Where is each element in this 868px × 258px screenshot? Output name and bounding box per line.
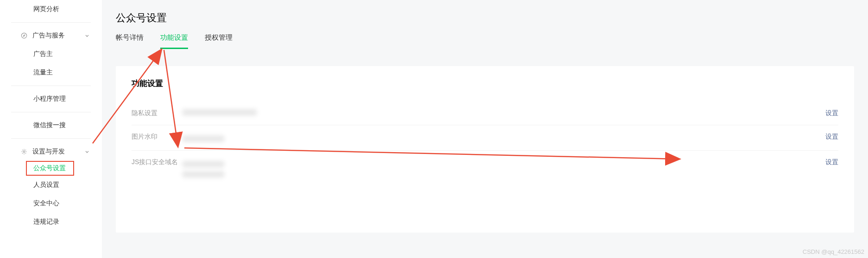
compass-icon <box>20 32 28 39</box>
row-label: 隐私设置 <box>132 109 182 117</box>
sidebar-item-label: 流量主 <box>33 68 53 77</box>
sidebar-item-wxsearch[interactable]: 微信搜一搜 <box>0 116 102 135</box>
sidebar: 网页分析 广告与服务 广告主 流量主 小程序管理 <box>0 0 102 258</box>
sidebar-item-label: 网页分析 <box>33 5 59 13</box>
panel-title: 功能设置 <box>132 78 838 89</box>
sidebar-section-dev[interactable]: 设置与开发 <box>0 142 102 161</box>
chevron-down-icon <box>83 148 91 155</box>
sidebar-section-ads[interactable]: 广告与服务 <box>0 26 102 45</box>
tabs: 帐号详情 功能设置 授权管理 <box>116 33 854 49</box>
sidebar-item-label: 人员设置 <box>33 181 59 189</box>
sidebar-item-advertiser[interactable]: 广告主 <box>0 45 102 63</box>
row-action-link[interactable]: 设置 <box>825 109 838 117</box>
row-js-domain: JS接口安全域名 设置 <box>132 150 838 186</box>
sidebar-item-violations[interactable]: 违规记录 <box>0 213 102 231</box>
divider <box>11 138 91 139</box>
sidebar-item-account-settings[interactable]: 公众号设置 <box>26 161 74 176</box>
row-value <box>182 158 816 178</box>
tab-account-detail[interactable]: 帐号详情 <box>116 33 144 49</box>
row-value <box>182 133 816 143</box>
row-watermark: 图片水印 设置 <box>132 125 838 150</box>
svg-point-0 <box>21 33 26 38</box>
sidebar-section-label: 设置与开发 <box>32 147 65 156</box>
redacted-text <box>182 161 224 167</box>
tab-auth-manage[interactable]: 授权管理 <box>205 33 233 49</box>
divider <box>11 86 91 86</box>
sidebar-item-label: 广告主 <box>33 50 53 58</box>
row-label: JS接口安全域名 <box>132 158 182 166</box>
sidebar-item-traffic[interactable]: 流量主 <box>0 63 102 82</box>
tab-function-settings[interactable]: 功能设置 <box>160 33 188 49</box>
divider <box>11 22 91 23</box>
redacted-text <box>182 171 224 178</box>
row-action-link[interactable]: 设置 <box>825 158 838 166</box>
redacted-text <box>182 135 224 142</box>
chevron-down-icon <box>83 32 91 39</box>
sidebar-item-label: 安全中心 <box>33 199 59 208</box>
sidebar-item-label: 违规记录 <box>33 218 59 226</box>
tab-label: 功能设置 <box>160 33 188 41</box>
page-title: 公众号设置 <box>116 11 854 25</box>
row-privacy: 隐私设置 设置 <box>132 102 838 125</box>
sidebar-item-label: 微信搜一搜 <box>33 121 66 129</box>
redacted-text <box>182 109 257 116</box>
main-content: 公众号设置 帐号详情 功能设置 授权管理 功能设置 隐私设置 设置 <box>102 0 868 258</box>
tab-label: 授权管理 <box>205 33 233 41</box>
tab-label: 帐号详情 <box>116 33 144 41</box>
sidebar-section-label: 广告与服务 <box>32 31 65 40</box>
row-value <box>182 109 816 117</box>
row-label: 图片水印 <box>132 133 182 141</box>
gear-icon <box>20 148 28 155</box>
sidebar-item-miniprogram[interactable]: 小程序管理 <box>0 90 102 108</box>
settings-panel: 功能设置 隐私设置 设置 图片水印 设置 JS接口安全域名 <box>116 66 854 233</box>
sidebar-item-security[interactable]: 安全中心 <box>0 194 102 213</box>
divider <box>11 112 91 112</box>
sidebar-item-web-analytics[interactable]: 网页分析 <box>0 0 102 18</box>
sidebar-item-label: 小程序管理 <box>33 95 66 103</box>
row-action-link[interactable]: 设置 <box>825 133 838 141</box>
sidebar-item-staff[interactable]: 人员设置 <box>0 176 102 194</box>
svg-point-1 <box>23 151 25 153</box>
sidebar-item-label: 公众号设置 <box>33 164 66 172</box>
